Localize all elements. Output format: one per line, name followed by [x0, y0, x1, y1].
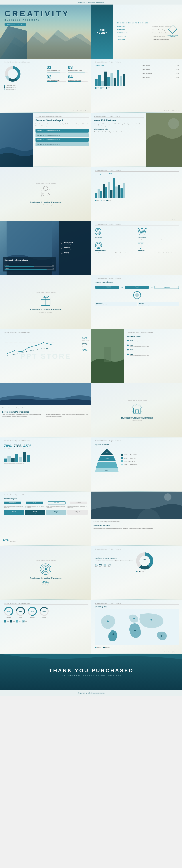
slide4-header: Circular Element | Project Features [95, 61, 179, 63]
flow-row-2: Step A Description Step B Description St… [4, 510, 88, 515]
svg-text:Top: Top [106, 452, 108, 454]
slide9-title: Business Development Group [4, 259, 54, 261]
slide3-content: Category A: 40% Category B: 25% Category… [4, 65, 88, 90]
progress-item-2: Category Beta45% [142, 69, 179, 71]
svg-text:360: 360 [143, 559, 146, 561]
tbox-3: Step C Description [46, 510, 67, 515]
slide24-footer: Circular Element | Project Features [164, 651, 181, 652]
circ-svg-1: 70% [4, 606, 14, 616]
process-flow: DOCUMENT → PLAN → REVIEW → LAUNCH Lorem … [4, 501, 88, 508]
service-2: Service 02 — Description text here [35, 133, 88, 137]
pct-label: Lorem ipsum [9, 541, 16, 542]
agenda-text-5: Creative More & Example [153, 38, 169, 40]
donut-area: 360 Total A B C [136, 552, 154, 572]
slide-5: Circular Element | Project Features Feat… [0, 113, 92, 167]
svg-text:70%: 70% [7, 611, 10, 612]
slide5-image [0, 113, 33, 167]
slide-12: Circular Element | Project Features Proc… [92, 275, 182, 329]
thankyou-slide: THANK YOU PURCHASED INFOGRAPHIC PRESENTA… [0, 654, 182, 690]
slide12-header: Circular Element | Project Features [95, 278, 179, 280]
flow-center [95, 290, 179, 300]
bar-9 [120, 76, 122, 86]
slide17-bars [4, 451, 88, 462]
circ-svg-2: 60% [16, 606, 25, 616]
stat-plan: ◐ PlanningCreative Group [61, 247, 88, 249]
map-legend: Region A Region B [95, 647, 179, 648]
slide17-header: Circular Element | Project Features [4, 440, 88, 442]
year-2019: 2019 Lorem ipsum milestone description h… [130, 344, 180, 347]
slide23-bottom-icons: 1Item 2Item 3Item 4Item [4, 620, 88, 622]
swot-o-desc: Lorem ipsum dolor sit amet consectetur a… [95, 252, 136, 253]
pbox-3: REVIEW [48, 501, 66, 504]
donut-legend: A B C [136, 571, 154, 572]
tbox-2: Step B Description [25, 510, 45, 515]
agenda-text-2: Some sub-heading [153, 29, 165, 31]
slide3-left: Category A: 40% Category B: 25% Category… [4, 65, 45, 90]
slide22-desc: Lorem ipsum dolor sit amet consectetur a… [95, 560, 133, 562]
slide-14: Circular Element | Project Features NETT… [92, 329, 182, 383]
title-area: CREATIVITY BUSINESS PROPOSAL DESIGN BY S… [4, 9, 70, 26]
circ-2: 60% Design [16, 606, 25, 618]
slide7-sub: Creative Element Description [37, 204, 54, 206]
slide13-stats: 19% Lorem ipsum 28% Lorem ipsum 35% Lore… [82, 337, 88, 353]
swot-t-label: THREATS [138, 250, 179, 252]
slide6-desc: Lorem ipsum dolor sit amet, consectetur … [94, 123, 144, 127]
slide-cover: CREATIVITY BUSINESS PROPOSAL DESIGN BY S… [0, 4, 92, 59]
agenda-section-label: Business Creative Elements [117, 22, 179, 24]
swot-s-label: STRENGTH [95, 236, 136, 238]
slide6-sub: The Featured File [94, 128, 144, 130]
slide22-nums: 01Item 02Item 03Item 04Item [95, 563, 133, 567]
b3 [100, 191, 102, 198]
swot-w-letter: W [138, 227, 179, 236]
slide6-image [146, 113, 182, 167]
slide19-header: Circular Element | Project Features [4, 494, 88, 496]
slide14-header: Circular Element | Project Features [127, 332, 180, 334]
b9 [115, 186, 118, 198]
coast-svg [0, 383, 92, 405]
b12 [123, 183, 125, 198]
thankyou-top-deco [0, 654, 182, 661]
slide6-sub-desc: The featured file includes all premium e… [94, 131, 144, 133]
slide16-title: Business Creative Elements [121, 416, 153, 419]
slide3-header: Circular Element | Project Features [4, 61, 88, 63]
bar-5 [107, 77, 110, 86]
agenda-part-1: PART ONE [117, 26, 128, 27]
svg-point-43 [164, 493, 172, 501]
slide6-left: Circular Element | Project Features Asse… [92, 113, 146, 167]
service-3: Service 03 — Description text here [35, 138, 88, 142]
agenda-part-2: PART TWO [117, 29, 128, 31]
pyramid-labels: Level 1 — Top Priority Level 2 — Seconda… [122, 454, 137, 465]
swot-o-label: OPPORTUNITY [95, 250, 136, 252]
rocky-svg [146, 113, 182, 167]
bar-chart-title: CHART TYPE [95, 65, 140, 66]
svg-point-16 [135, 293, 139, 297]
svg-point-72 [151, 619, 152, 620]
sb7 [27, 455, 30, 462]
slide8-footer: Circular Element | Project Features [164, 218, 181, 220]
slide15-col1: Lorem ipsum dolor sit amet, consectetur … [2, 414, 45, 417]
slide-21: Circular Element | Project Features Busi… [0, 546, 92, 600]
bar-2 [98, 75, 101, 86]
svg-point-69 [112, 633, 114, 635]
diamond-section: Business CreativeElements [167, 26, 178, 37]
slide6-header: Circular Element | Project Features [94, 116, 144, 118]
slide23-header: Circular Element | Project Features [4, 602, 88, 604]
bar-6 [110, 73, 113, 86]
tbox-4: Step D Description [67, 510, 88, 515]
slide11-header: Circular Element | Project Features [36, 292, 56, 293]
slide5-header: Circular Element | Project Features [35, 116, 88, 118]
bar-8 [116, 70, 119, 86]
slide4-footer: Circular Element | Project Features [164, 110, 181, 111]
pbox-4: LAUNCH [70, 501, 87, 504]
b1 [95, 193, 97, 198]
swot-t-letter: T [138, 241, 179, 250]
svg-rect-32 [136, 410, 138, 413]
diamond-icon [168, 25, 177, 34]
bar-4 [104, 71, 107, 86]
svg-rect-29 [104, 347, 111, 362]
bar-1 [95, 79, 98, 86]
svg-point-26 [43, 342, 44, 343]
circ-svg-4: 40% [39, 606, 49, 616]
sb2 [7, 456, 11, 462]
bar-chart-4 [95, 68, 140, 86]
